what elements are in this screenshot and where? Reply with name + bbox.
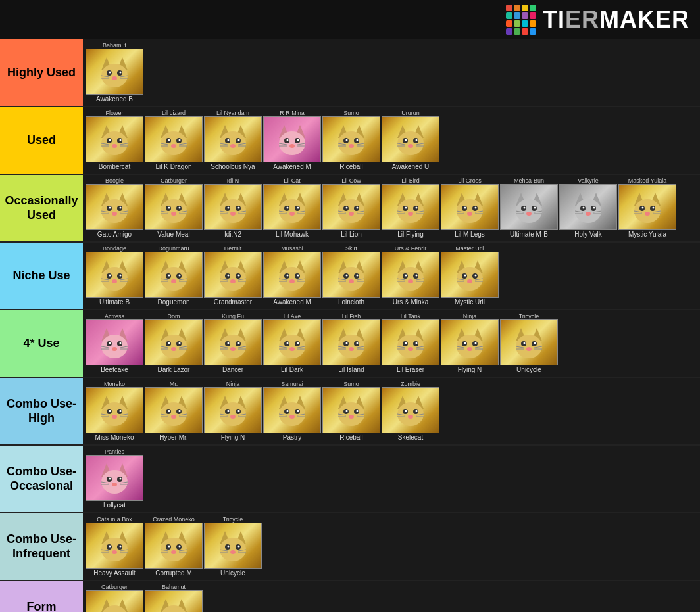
svg-point-78 [416,139,418,141]
cat-image [322,116,380,162]
cat-image [263,387,321,433]
cat-item[interactable]: Kung Fu Dancer [204,313,262,374]
cat-image [382,387,439,433]
cat-item[interactable]: Bondage Ultimate B [86,245,143,306]
cat-item[interactable]: Flower Bombercat [86,110,143,171]
cat-item[interactable]: Lil Gross Lil M Legs [441,177,499,239]
svg-point-427 [289,415,295,419]
tier-label-combo-infrequent: Combo Use-Infrequent [0,513,83,580]
cat-item[interactable]: Ninja Flying N [204,381,262,442]
cat-item[interactable]: Ururun Awakened U [382,110,439,171]
cat-item[interactable]: Lil Fish Lil Island [322,313,380,374]
cat-item[interactable]: Ninja Flying N [441,313,499,374]
cat-item[interactable]: Mehca-Bun Ultimate M-B [500,177,558,239]
svg-point-294 [120,342,122,344]
cat-item[interactable]: Samurai Pastry [263,381,321,442]
cat-item[interactable]: Urs & Fenrir Urs & Minka [382,245,439,306]
svg-point-329 [287,342,289,344]
cat-item[interactable]: Hermit Grandmaster [204,245,262,306]
cat-item[interactable]: Idi:N Idi:N2 [204,177,262,239]
cat-item[interactable]: R R Mina Awakened M [263,110,321,171]
svg-point-182 [575,199,601,223]
svg-point-353 [405,342,407,344]
svg-point-185 [583,207,585,209]
cat-item[interactable]: Mr. Hyper Mr. [145,381,203,442]
cat-item[interactable]: Tricycle Unicycle [204,516,262,577]
svg-point-377 [524,342,526,344]
cat-item[interactable]: Zombie Skelecat [382,381,439,442]
cat-name-label: Skelecat [398,433,423,442]
cat-item[interactable]: Sumo Riceball [322,110,380,171]
svg-point-149 [405,207,407,209]
svg-point-410 [220,402,246,426]
cat-image [145,590,203,612]
cat-name-label: Doguemon [158,298,190,306]
cat-item[interactable]: Catburger Value Meal [86,584,143,612]
cat-item[interactable]: Lil Axe Lil Dark [263,313,321,374]
cat-item[interactable]: Actress Beefcake [86,313,143,374]
cat-item[interactable]: Catburger Value Meal [145,177,203,239]
svg-point-402 [179,410,181,412]
cat-item[interactable]: Tricycle Unicycle [500,313,558,374]
cat-item[interactable]: Cats in a Box Heavy Assault [86,516,143,577]
svg-point-458 [101,470,128,494]
svg-point-426 [297,410,299,412]
cat-image [263,116,321,162]
svg-point-162 [475,207,477,209]
svg-point-86 [101,199,128,223]
cat-name-label: Awakened M [273,298,311,306]
cat-item[interactable]: Master Uril Mystic Uril [441,245,499,306]
tier-content-occasionally-used: Boogie Gato AmigoCatburger [83,175,700,241]
logo-dot [514,28,520,35]
cat-name-label: Lil Dark [281,365,303,374]
svg-point-498 [238,546,240,548]
cat-item[interactable]: Sumo Riceball [322,381,380,442]
cat-top-label: Valkyrie [559,177,617,184]
svg-point-378 [534,342,536,344]
svg-point-470 [101,538,128,561]
cat-item[interactable]: Panties Lollycat [86,448,143,509]
cat-item[interactable]: Lil Tank Lil Eraser [382,313,439,374]
cat-name-label: Flying N [458,365,482,374]
cat-top-label: Boogie [86,177,143,184]
svg-point-486 [179,546,181,548]
cat-image [322,319,380,365]
cat-item[interactable]: Valkyrie Holy Valk [559,177,617,239]
logo-dot [506,5,512,11]
cat-item[interactable]: Lil Lizard Lil K Dragon [145,110,203,171]
logo-dot [522,5,528,11]
cat-item[interactable]: Lil Nyandam Schoolbus Nya [204,110,262,171]
svg-point-122 [279,199,305,223]
cat-item[interactable]: Boogie Gato Amigo [86,177,143,239]
cat-item[interactable]: Crazed Moneko Corrupted M [145,516,203,577]
cat-item[interactable]: Bahamut Awakened B [86,42,143,103]
svg-point-43 [230,144,236,148]
cat-item[interactable]: Skirt Loincloth [322,245,380,306]
svg-point-163 [467,212,472,216]
cat-image [559,184,617,230]
cat-top-label: Sumo [322,110,380,116]
svg-point-222 [179,275,181,277]
cat-item[interactable]: Dogunmaru Doguemon [145,245,203,306]
svg-point-54 [297,139,299,141]
cat-item[interactable]: Lil Cat Lil Mohawk [263,177,321,239]
cat-item[interactable]: Masked Yulala Mystic Yulala [618,177,676,239]
svg-point-473 [109,546,111,548]
cat-image [204,184,262,230]
cat-image [441,319,499,365]
cat-top-label: Bondage [86,245,143,252]
cat-item[interactable]: Lil Cow Lil Lion [322,177,380,239]
cat-item[interactable]: Musashi Awakened M [263,245,321,306]
cat-image [145,252,203,298]
cat-image [145,319,203,365]
cat-image [618,184,676,230]
cat-image [204,523,262,569]
cat-item[interactable]: Dom Dark Lazor [145,313,203,374]
cat-image [322,184,380,230]
cat-item[interactable]: Moneko Miss Moneko [86,381,143,442]
cat-item[interactable]: Bahamut Awakened B [145,584,203,612]
cat-item[interactable]: Lil Bird Lil Flying [382,177,439,239]
svg-point-326 [279,335,305,358]
svg-point-114 [238,207,240,209]
svg-point-150 [416,207,418,209]
